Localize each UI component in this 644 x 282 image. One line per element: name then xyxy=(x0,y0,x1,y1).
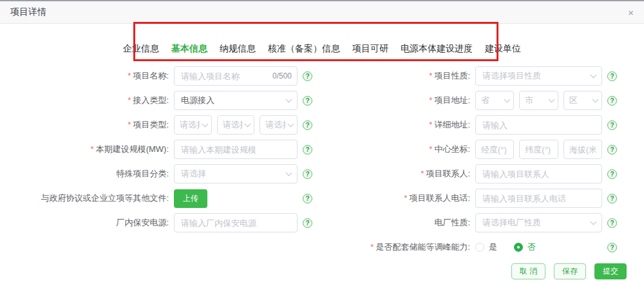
field-label: 项目地址: xyxy=(434,95,470,105)
plant-backup-power-input[interactable] xyxy=(174,213,298,232)
project-contact-input[interactable] xyxy=(475,164,602,183)
address-select-group: 省 市 区 xyxy=(475,91,602,110)
field-project-name: *项目名称: 0/500 ? xyxy=(0,64,322,88)
field-project-nature: *项目性质: 请选择项目性质 ? xyxy=(322,64,644,88)
select-placeholder: 请选择项目性质 xyxy=(482,70,541,82)
upload-button[interactable]: 上传 xyxy=(174,189,207,208)
field-label: 中心坐标: xyxy=(434,144,470,154)
cancel-button[interactable]: 取 消 xyxy=(511,263,545,279)
contact-phone-input[interactable] xyxy=(475,189,602,208)
help-icon[interactable]: ? xyxy=(303,120,312,130)
tab-enterprise-info[interactable]: 企业信息 xyxy=(122,43,160,61)
help-icon[interactable]: ? xyxy=(303,96,312,106)
help-icon[interactable]: ? xyxy=(303,71,312,81)
tab-power-source-progress[interactable]: 电源本体建设进度 xyxy=(399,43,474,61)
field-label: 项目类型: xyxy=(133,120,169,129)
help-icon[interactable]: ? xyxy=(607,96,617,106)
help-icon[interactable]: ? xyxy=(607,71,617,81)
field-label: 电厂性质: xyxy=(434,218,470,227)
help-icon[interactable]: ? xyxy=(607,120,617,130)
required-asterisk: * xyxy=(429,144,432,154)
radio-circle-icon xyxy=(475,243,484,252)
field-construction-scale: *本期建设规模(MW): ? xyxy=(0,137,322,162)
select-placeholder: 请选择电厂性质 xyxy=(482,217,541,229)
project-type-select-3[interactable]: 请选择 xyxy=(260,115,298,135)
field-project-type: *项目类型: 请选择 请选择 请选择 ? xyxy=(0,113,322,137)
tab-planning-info[interactable]: 纳规信息 xyxy=(218,43,257,61)
construction-scale-input[interactable] xyxy=(174,140,298,159)
coordinates-input-group xyxy=(475,140,602,159)
select-value: 电源接入 xyxy=(181,95,214,106)
project-nature-select[interactable]: 请选择项目性质 xyxy=(475,66,602,86)
field-detailed-address: *详细地址: ? xyxy=(322,113,644,137)
city-select[interactable]: 市 xyxy=(519,91,558,110)
field-label: 与政府协议或企业立项等其他文件: xyxy=(41,193,169,203)
field-label: 特殊项目分类: xyxy=(116,169,169,178)
upload-control: 上传 xyxy=(174,189,298,208)
tab-construction-unit[interactable]: 建设单位 xyxy=(484,43,522,61)
field-label: 厂内保安电源: xyxy=(116,218,169,227)
radio-no[interactable]: 否 xyxy=(514,241,536,253)
energy-storage-radio-group: 是 否 xyxy=(475,241,602,253)
help-icon[interactable]: ? xyxy=(303,145,312,155)
longitude-input[interactable] xyxy=(475,140,514,159)
required-asterisk: * xyxy=(128,95,131,105)
submit-button[interactable]: 提交 xyxy=(594,263,627,279)
help-icon[interactable]: ? xyxy=(607,145,617,155)
field-other-documents: 与政府协议或企业立项等其他文件: 上传 ? xyxy=(0,186,322,211)
form-column-left: *项目名称: 0/500 ? *接入类型: 电源接入 ? *项目类型: 请选择 … xyxy=(0,64,322,235)
plant-nature-select[interactable]: 请选择电厂性质 xyxy=(475,213,602,232)
help-icon[interactable]: ? xyxy=(607,243,617,252)
radio-circle-icon xyxy=(514,243,523,252)
radio-yes[interactable]: 是 xyxy=(475,241,497,253)
select-placeholder: 请选择 xyxy=(181,168,206,180)
province-select[interactable]: 省 xyxy=(475,91,514,110)
latitude-input[interactable] xyxy=(519,140,558,159)
project-name-text[interactable] xyxy=(175,67,272,85)
help-icon[interactable]: ? xyxy=(607,169,617,179)
field-label: 项目性质: xyxy=(434,71,470,80)
close-icon[interactable]: × xyxy=(628,8,634,17)
save-button[interactable]: 保存 xyxy=(554,263,586,279)
field-contact-phone: *项目联系人电话: ? xyxy=(322,186,644,211)
chevron-down-icon xyxy=(286,97,292,103)
field-plant-nature: 电厂性质: 请选择电厂性质 ? xyxy=(322,211,644,235)
tab-approval-record-info[interactable]: 核准（备案）信息 xyxy=(267,43,341,61)
field-center-coordinates: *中心坐标: ? xyxy=(322,137,644,162)
field-energy-storage: *是否配套储能等调峰能力: 是 否 ? xyxy=(322,235,644,259)
help-icon[interactable]: ? xyxy=(303,194,312,203)
special-category-select[interactable]: 请选择 xyxy=(174,164,298,183)
tab-bar: 企业信息 基本信息 纳规信息 核准（备案）信息 项目可研 电源本体建设进度 建设… xyxy=(0,43,644,61)
detailed-address-input[interactable] xyxy=(475,115,602,135)
field-label: 本期建设规模(MW): xyxy=(96,144,169,154)
required-asterisk: * xyxy=(429,95,432,105)
char-counter: 0/500 xyxy=(272,71,292,80)
help-icon[interactable]: ? xyxy=(607,218,617,228)
district-select[interactable]: 区 xyxy=(564,91,602,110)
project-type-select-1[interactable]: 请选择 xyxy=(174,115,212,135)
field-label: 项目联系人: xyxy=(426,169,470,178)
chevron-down-icon xyxy=(592,97,599,103)
project-type-select-group: 请选择 请选择 请选择 xyxy=(174,115,298,135)
help-icon[interactable]: ? xyxy=(607,194,617,203)
field-label: 项目名称: xyxy=(133,71,169,80)
help-icon[interactable]: ? xyxy=(303,218,312,228)
chevron-down-icon xyxy=(591,72,597,79)
project-name-input[interactable]: 0/500 xyxy=(174,66,298,86)
field-label: 接入类型: xyxy=(133,95,169,105)
required-asterisk: * xyxy=(128,71,131,80)
help-icon[interactable]: ? xyxy=(303,169,312,179)
project-type-select-2[interactable]: 请选择 xyxy=(217,115,255,135)
altitude-input[interactable] xyxy=(564,140,602,159)
modal-title: 项目详情 xyxy=(10,6,46,18)
field-project-contact: *项目联系人: ? xyxy=(322,162,644,186)
required-asterisk: * xyxy=(429,120,432,129)
chevron-down-icon xyxy=(245,121,251,127)
tab-feasibility-study[interactable]: 项目可研 xyxy=(351,43,390,61)
required-asterisk: * xyxy=(429,71,432,80)
access-type-select[interactable]: 电源接入 xyxy=(174,91,298,110)
required-asterisk: * xyxy=(91,144,94,154)
required-asterisk: * xyxy=(404,193,407,203)
footer-actions: 取 消 保存 提交 xyxy=(511,263,627,279)
tab-basic-info[interactable]: 基本信息 xyxy=(170,43,209,61)
